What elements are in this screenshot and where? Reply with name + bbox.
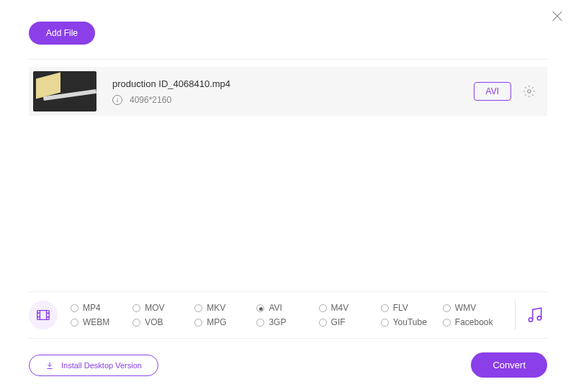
format-grid: MP4MOVMKVAVIM4VFLVWMVWEBMVOBMPG3GPGIFYou… xyxy=(71,303,505,327)
install-label: Install Desktop Version xyxy=(61,361,142,370)
video-category-icon[interactable] xyxy=(29,301,58,329)
svg-point-0 xyxy=(528,90,531,94)
radio-icon xyxy=(256,304,264,312)
format-label: MP4 xyxy=(83,303,101,313)
format-option-mp4[interactable]: MP4 xyxy=(71,303,132,313)
format-label: WMV xyxy=(455,303,476,313)
svg-rect-1 xyxy=(37,311,50,320)
convert-button[interactable]: Convert xyxy=(471,352,547,378)
format-option-m4v[interactable]: M4V xyxy=(319,303,381,313)
divider xyxy=(515,301,516,329)
format-label: M4V xyxy=(331,303,349,313)
audio-category-icon[interactable] xyxy=(526,306,544,324)
divider xyxy=(29,59,547,60)
format-label: YouTube xyxy=(393,317,427,327)
format-label: FLV xyxy=(393,303,408,313)
add-file-button[interactable]: Add File xyxy=(29,22,95,45)
format-option-wmv[interactable]: WMV xyxy=(443,303,505,313)
radio-icon xyxy=(256,319,264,327)
radio-icon xyxy=(381,319,389,327)
format-label: AVI xyxy=(269,303,282,313)
format-option-mpg[interactable]: MPG xyxy=(194,317,256,327)
format-option-mov[interactable]: MOV xyxy=(132,303,194,313)
format-label: Facebook xyxy=(455,317,493,327)
radio-icon xyxy=(381,304,389,312)
divider xyxy=(29,291,547,292)
bottom-bar: Install Desktop Version Convert xyxy=(29,352,547,378)
svg-point-3 xyxy=(537,316,541,320)
format-label: WEBM xyxy=(83,317,109,327)
format-section: MP4MOVMKVAVIM4VFLVWMVWEBMVOBMPG3GPGIFYou… xyxy=(29,291,547,339)
format-option-gif[interactable]: GIF xyxy=(319,317,381,327)
format-option-facebook[interactable]: Facebook xyxy=(443,317,505,327)
file-row: production ID_4068410.mp4 i 4096*2160 AV… xyxy=(29,67,547,116)
format-label: MOV xyxy=(145,303,164,313)
format-label: MPG xyxy=(207,317,226,327)
file-name: production ID_4068410.mp4 xyxy=(112,78,474,89)
download-icon xyxy=(45,361,54,370)
format-option-avi[interactable]: AVI xyxy=(256,303,318,313)
radio-icon xyxy=(194,319,202,327)
format-label: GIF xyxy=(331,317,346,327)
close-icon[interactable] xyxy=(552,10,563,22)
format-label: 3GP xyxy=(269,317,286,327)
radio-icon xyxy=(194,304,202,312)
radio-icon xyxy=(319,319,327,327)
radio-icon xyxy=(132,319,140,327)
radio-icon xyxy=(319,304,327,312)
format-option-vob[interactable]: VOB xyxy=(132,317,194,327)
gear-icon[interactable] xyxy=(523,85,536,98)
format-badge[interactable]: AVI xyxy=(474,82,511,101)
install-desktop-button[interactable]: Install Desktop Version xyxy=(29,355,158,376)
info-icon[interactable]: i xyxy=(112,95,122,105)
radio-icon xyxy=(71,319,78,327)
format-label: MKV xyxy=(207,303,225,313)
format-option-3gp[interactable]: 3GP xyxy=(256,317,318,327)
format-label: VOB xyxy=(145,317,163,327)
format-option-youtube[interactable]: YouTube xyxy=(381,317,443,327)
radio-icon xyxy=(443,319,451,327)
video-thumbnail[interactable] xyxy=(33,71,96,111)
divider xyxy=(29,338,547,339)
radio-icon xyxy=(71,304,78,312)
format-option-flv[interactable]: FLV xyxy=(381,303,443,313)
svg-point-2 xyxy=(528,318,532,322)
radio-icon xyxy=(443,304,451,312)
file-meta: i 4096*2160 xyxy=(112,95,474,105)
resolution-text: 4096*2160 xyxy=(130,95,171,105)
format-option-mkv[interactable]: MKV xyxy=(194,303,256,313)
radio-icon xyxy=(132,304,140,312)
file-info: production ID_4068410.mp4 i 4096*2160 xyxy=(112,78,474,105)
format-option-webm[interactable]: WEBM xyxy=(71,317,132,327)
